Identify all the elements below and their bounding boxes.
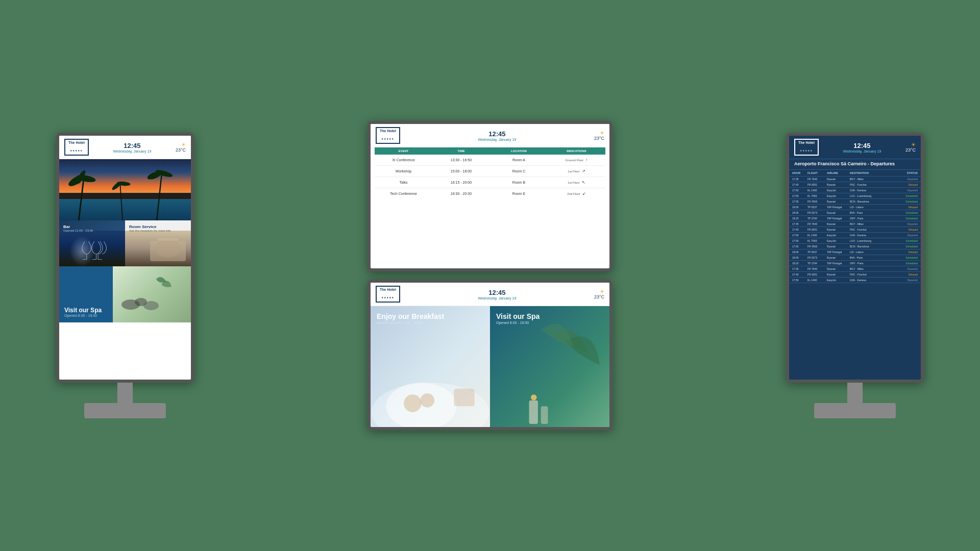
dep-dest-4: BCN - Barcelona bbox=[850, 200, 895, 203]
bar-label: Bar bbox=[63, 224, 121, 229]
location-4: Room E bbox=[490, 192, 548, 195]
header-time-promo: 12:45 bbox=[400, 289, 594, 296]
dep-row-15: 18:20 TP 2794 TAP Portugal ORY - Paris S… bbox=[789, 261, 921, 266]
room-service-label: Room Service bbox=[129, 224, 187, 229]
dep-dest-1: FNC - Funchal bbox=[850, 183, 895, 186]
dep-status-3: Scheduled bbox=[895, 194, 918, 197]
indication-3: 1st Floor ↖ bbox=[548, 180, 605, 185]
header-time-left: 12:45 bbox=[89, 142, 176, 149]
col-event: Event bbox=[375, 149, 432, 153]
arrow-3: ↖ bbox=[582, 180, 585, 185]
col-destination: Destination bbox=[850, 171, 895, 174]
dep-row-5: 18:00 TP 8237 TAP Portugal LIS - Lisbon … bbox=[789, 205, 921, 210]
mid-section: Bar Opened 11:00 - 23:00 Room Service As… bbox=[59, 220, 191, 266]
promo-screen: The Hotel ★★★★★ 12:45 Wednesday, January… bbox=[368, 280, 612, 430]
dep-status-18: Departed bbox=[895, 279, 918, 282]
left-header: The Hotel ★★★★★ 12:45 Wednesday, January… bbox=[59, 136, 191, 159]
dep-dest-2: GVA - Geneva bbox=[850, 189, 895, 192]
floor-4: 2nd Floor bbox=[567, 192, 580, 195]
col-location: Location bbox=[490, 149, 548, 153]
dep-flight-18: KL 1460 bbox=[807, 279, 827, 282]
dep-dest-8: BGY - Milan bbox=[850, 222, 895, 226]
dep-dest-14: BVA - Paris bbox=[850, 256, 895, 259]
dep-dest-17: FNC - Funchal bbox=[850, 273, 895, 276]
dep-hour-4: 17:55 bbox=[792, 200, 807, 203]
header-center-schedule: 12:45 Wednesday, January 19 bbox=[400, 130, 594, 141]
dep-row-8: 17:35 FR 7640 Ryanair BGY - Milan Depart… bbox=[789, 221, 921, 227]
sun-icon-promo: ☀ bbox=[594, 289, 604, 294]
sun-icon-right: ☀ bbox=[905, 142, 916, 147]
spa-section: Visit our Spa Opened 8:00 - 19:00 bbox=[59, 266, 191, 322]
spa-stones-bg bbox=[113, 266, 191, 322]
dep-hour-10: 17:50 bbox=[792, 234, 807, 237]
time-4: 16:30 - 20:30 bbox=[432, 192, 490, 195]
dep-status-16: Departed bbox=[895, 267, 918, 270]
dep-hour-14: 18:05 bbox=[792, 256, 807, 259]
time-3: 16:15 - 20:00 bbox=[432, 181, 490, 184]
dep-dest-11: LUX - Luxembourg bbox=[850, 239, 895, 242]
hotel-logo-right: The Hotel ★★★★★ bbox=[794, 139, 819, 156]
schedule-row-4: Tech Conference 16:30 - 20:30 Room E 2nd… bbox=[375, 188, 605, 199]
dep-hour-13: 18:00 bbox=[792, 251, 807, 254]
schedule-row-3: Talks 16:15 - 20:00 Room B 1st Floor ↖ bbox=[375, 177, 605, 188]
svg-point-20 bbox=[404, 394, 422, 412]
hotel-name-left: The Hotel bbox=[68, 141, 85, 144]
dep-status-13: Delayed bbox=[895, 251, 918, 254]
dep-row-2: 17:50 KL 1460 EasyJet GVA - Geneva Depar… bbox=[789, 188, 921, 193]
dep-status-0: Departed bbox=[895, 178, 918, 181]
dep-airline-0: Ryanair bbox=[827, 178, 850, 181]
svg-rect-24 bbox=[541, 406, 548, 424]
dep-flight-5: TP 8237 bbox=[807, 206, 827, 209]
dep-airline-6: Ryanair bbox=[827, 211, 850, 214]
schedule-table: Event Time Location Indications XI Confe… bbox=[371, 147, 609, 201]
header-temp-left: 23°C bbox=[176, 147, 186, 153]
dep-row-12: 17:55 FR 4506 Ryanair BCN - Barcelona Sc… bbox=[789, 244, 921, 249]
header-time-right: 12:45 bbox=[819, 142, 905, 149]
promo-panels: Enjoy our Breakfast Served between 7:00 … bbox=[371, 306, 609, 430]
dep-status-11: Scheduled bbox=[895, 239, 918, 242]
dep-status-15: Scheduled bbox=[895, 262, 918, 265]
header-date-promo: Wednesday, January 19 bbox=[400, 296, 594, 300]
dep-flight-10: KL 1460 bbox=[807, 234, 827, 237]
dep-airline-10: EasyJet bbox=[827, 234, 850, 237]
schedule-row-1: XI Conference 13:30 - 16:50 Room A Groun… bbox=[375, 155, 605, 166]
header-right-right: ☀ 23°C bbox=[905, 142, 916, 153]
svg-line-0 bbox=[79, 180, 84, 220]
dep-flight-11: KL 7583 bbox=[807, 239, 827, 242]
schedule-header-row: Event Time Location Indications bbox=[375, 147, 605, 155]
header-right-schedule: ☀ 23°C bbox=[594, 130, 604, 141]
header-center-right: 12:45 Wednesday, January 19 bbox=[819, 142, 905, 153]
dep-hour-5: 18:00 bbox=[792, 206, 807, 209]
indication-4: 2nd Floor ↙ bbox=[548, 191, 605, 196]
col-flight: Flight bbox=[807, 171, 827, 174]
dep-flight-2: KL 1460 bbox=[807, 189, 827, 192]
kiosk-base-left bbox=[84, 403, 166, 418]
dep-dest-15: ORY - Paris bbox=[850, 262, 895, 265]
hotel-logo-schedule: The Hotel ★★★★★ bbox=[376, 127, 400, 144]
dep-dest-10: GVA - Geneva bbox=[850, 234, 895, 237]
dep-status-1: Delayed bbox=[895, 183, 918, 186]
svg-point-18 bbox=[386, 383, 457, 430]
header-center-promo: 12:45 Wednesday, January 19 bbox=[400, 289, 594, 300]
hotel-stars-schedule: ★★★★★ bbox=[381, 137, 394, 140]
dep-status-14: Scheduled bbox=[895, 256, 918, 259]
room-service-section: Room Service Ask the reception for more … bbox=[125, 220, 191, 266]
svg-line-4 bbox=[157, 174, 162, 220]
left-screen: The Hotel ★★★★★ 12:45 Wednesday, January… bbox=[56, 133, 194, 383]
dep-hour-15: 18:20 bbox=[792, 262, 807, 265]
arrow-4: ↙ bbox=[582, 191, 586, 196]
dep-dest-6: BVA - Paris bbox=[850, 211, 895, 214]
dep-flight-0: FR 7640 bbox=[807, 178, 827, 181]
kiosk-base-right bbox=[814, 403, 896, 418]
dep-flight-14: FR 9273 bbox=[807, 256, 827, 259]
svg-rect-19 bbox=[454, 389, 474, 407]
svg-point-25 bbox=[531, 394, 537, 400]
header-time-schedule: 12:45 bbox=[400, 130, 594, 138]
spa-banner: Visit our Spa Opened 8:00 - 19:00 bbox=[59, 266, 113, 322]
dep-airline-9: Ryanair bbox=[827, 228, 850, 231]
dep-row-10: 17:50 KL 1460 EasyJet GVA - Geneva Depar… bbox=[789, 233, 921, 238]
location-1: Room A bbox=[490, 158, 548, 162]
dep-row-17: 17:40 FR 6051 Ryanair FNC - Funchal Dela… bbox=[789, 272, 921, 278]
time-1: 13:30 - 16:50 bbox=[432, 158, 490, 162]
spa-title: Visit our Spa bbox=[64, 307, 108, 314]
